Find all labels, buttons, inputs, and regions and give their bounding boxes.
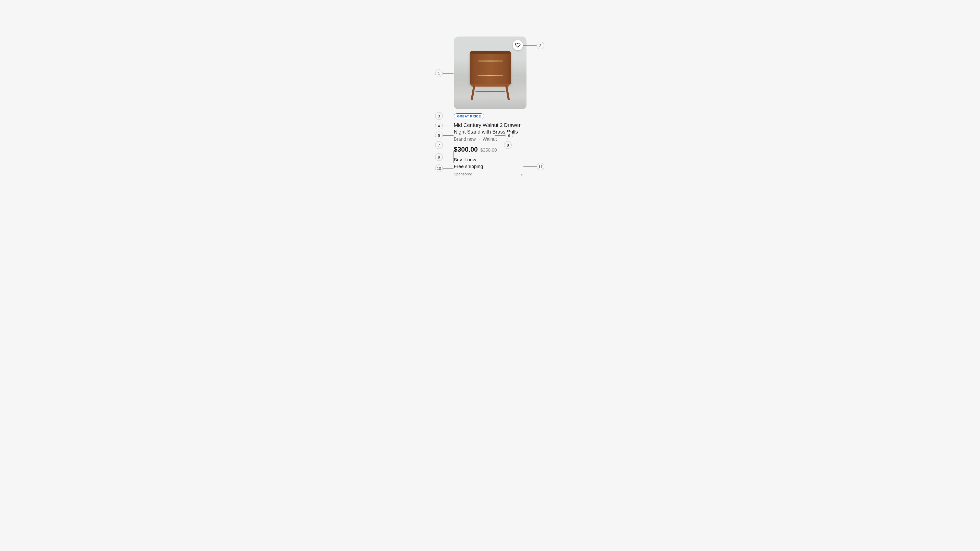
title-line-2: Night Stand with Brass Pulls	[454, 129, 518, 135]
shipping-text: Free shipping	[454, 164, 527, 169]
separator-dot: ·	[477, 137, 481, 142]
title-line-1: Mid Century Walnut 2 Drawer	[454, 122, 520, 128]
more-options-button[interactable]	[518, 171, 525, 178]
annotation-3: 3	[435, 112, 453, 120]
product-card: GREAT PRICE Mid Century Walnut 2 Drawer …	[454, 37, 527, 178]
purchase-option: Buy it now	[454, 157, 527, 162]
annotation-10: 10	[435, 164, 453, 172]
price-badge: GREAT PRICE	[454, 113, 484, 119]
original-price: $350.00	[480, 148, 497, 153]
diagram-stage: GREAT PRICE Mid Century Walnut 2 Drawer …	[304, 0, 676, 209]
favorite-button[interactable]	[513, 40, 523, 50]
detail-lines: Buy it now Free shipping	[454, 157, 527, 169]
svg-point-2	[522, 175, 522, 176]
price: $300.00	[454, 145, 478, 153]
annotation-5: 5	[435, 132, 453, 139]
condition-text: Brand new	[454, 137, 476, 142]
product-image[interactable]	[454, 37, 527, 109]
svg-point-0	[522, 173, 522, 174]
nightstand-illustration	[470, 51, 511, 100]
annotation-4: 4	[435, 122, 453, 129]
product-title[interactable]: Mid Century Walnut 2 Drawer Night Stand …	[454, 122, 527, 135]
heart-icon	[515, 42, 520, 48]
annotation-11: 11	[523, 162, 544, 170]
aspect-text: Walnut	[483, 137, 496, 142]
dots-vertical-icon	[520, 172, 524, 177]
svg-point-1	[522, 174, 522, 175]
annotation-1: 1	[435, 70, 453, 77]
subheader: Brand new · Walnut	[454, 137, 527, 142]
annotation-7: 7	[435, 141, 453, 149]
sponsored-label: Sponsored	[454, 172, 473, 176]
annotation-9: 9	[435, 153, 452, 161]
